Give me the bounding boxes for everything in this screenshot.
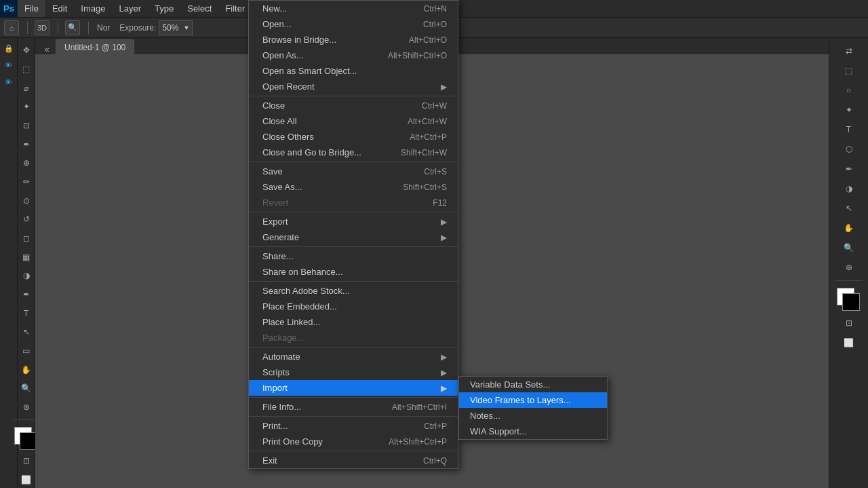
menu-open[interactable]: Open... Ctrl+O [249, 16, 458, 32]
rt-screen-mode[interactable]: ⬜ [840, 334, 858, 352]
menu-export[interactable]: Export ▶ [249, 214, 458, 229]
menu-import[interactable]: Import ▶ [249, 380, 458, 396]
tool-crop[interactable]: ⊡ [18, 117, 35, 134]
tool-rt-text[interactable]: T [840, 121, 858, 138]
menu-browse-bridge[interactable]: Browse in Bridge... Alt+Ctrl+O [249, 32, 458, 48]
sidebar-eye2[interactable]: 👁 [1, 75, 16, 90]
menu-place-linked[interactable]: Place Linked... [249, 314, 458, 330]
menu-open-recent[interactable]: Open Recent ▶ [249, 79, 458, 94]
menu-automate[interactable]: Automate ▶ [249, 349, 458, 364]
collapse-panel-btn[interactable]: « [38, 44, 56, 54]
menu-package[interactable]: Package... [249, 330, 458, 345]
tool-rt-pen[interactable]: ✒ [840, 160, 858, 178]
tool-shape[interactable]: ▭ [18, 343, 35, 360]
tool-select-rect[interactable]: ⬚ [18, 61, 35, 78]
tool-text[interactable]: T [18, 305, 35, 322]
tool-lasso[interactable]: ⌀ [18, 79, 35, 96]
tool-rt-path[interactable]: ↖ [840, 200, 858, 217]
tool-eraser[interactable]: ◻ [18, 230, 35, 247]
sep2 [249, 162, 458, 162]
menu-image[interactable]: Image [74, 0, 112, 17]
menu-new[interactable]: New... Ctrl+N [249, 1, 458, 16]
submenu-video-frames[interactable]: Video Frames to Layers... [459, 392, 607, 408]
tool-zoom[interactable]: 🔍 [18, 380, 35, 397]
menu-layer[interactable]: Layer [113, 0, 149, 17]
menu-edit[interactable]: Edit [45, 0, 74, 17]
tool-rt-select[interactable]: ⬚ [840, 62, 858, 79]
menu-share-behance[interactable]: Share on Behance... [249, 264, 458, 280]
tool-quick-mask[interactable]: ⊡ [18, 453, 35, 470]
menu-exit[interactable]: Exit Ctrl+Q [249, 453, 458, 468]
canvas-tab[interactable]: Untitled-1 @ 100 [56, 39, 134, 54]
home-btn[interactable]: ⌂ [4, 20, 19, 35]
submenu-notes[interactable]: Notes... [459, 408, 607, 424]
sep9 [249, 451, 458, 451]
rt-color-swatches[interactable] [837, 288, 861, 312]
tool-eyedropper[interactable]: ✒ [18, 136, 35, 153]
tool-rt-shape[interactable]: ⬡ [840, 140, 858, 158]
menu-file-info[interactable]: File Info... Alt+Shift+Ctrl+I [249, 399, 458, 415]
tool-move[interactable]: ✥ [18, 42, 35, 59]
menu-open-as[interactable]: Open As... Alt+Shift+Ctrl+O [249, 48, 458, 63]
tool-rt-dodge[interactable]: ◑ [840, 180, 858, 198]
tool-rt-magic[interactable]: ✦ [840, 101, 858, 119]
ps-logo: Ps [0, 0, 18, 18]
menu-open-smart[interactable]: Open as Smart Object... [249, 63, 458, 79]
3d-btn[interactable]: 3D [35, 20, 50, 35]
tool-rt-hand[interactable]: ✋ [840, 219, 858, 237]
tool-hand[interactable]: ✋ [18, 361, 35, 378]
tool-gradient[interactable]: ▦ [18, 248, 35, 265]
tool-dodge[interactable]: ◑ [18, 267, 35, 284]
background-color[interactable] [20, 432, 37, 450]
menu-close-all[interactable]: Close All Alt+Ctrl+W [249, 113, 458, 129]
tool-pen[interactable]: ✒ [18, 286, 35, 303]
menu-close[interactable]: Close Ctrl+W [249, 98, 458, 113]
menu-generate[interactable]: Generate ▶ [249, 229, 458, 245]
search-btn[interactable]: 🔍 [65, 20, 80, 35]
menu-save[interactable]: Save Ctrl+S [249, 164, 458, 179]
tool-path-select[interactable]: ↖ [18, 324, 35, 341]
sep6 [249, 347, 458, 348]
tool-stamp[interactable]: ⊙ [18, 192, 35, 209]
sep8 [249, 416, 458, 417]
menu-search-stock[interactable]: Search Adobe Stock... [249, 283, 458, 299]
sidebar-lock[interactable]: 🔒 [1, 41, 16, 56]
menu-place-embedded[interactable]: Place Embedded... [249, 299, 458, 314]
tool-brush[interactable]: ✏ [18, 174, 35, 191]
menu-type[interactable]: Type [148, 0, 180, 17]
menu-scripts[interactable]: Scripts ▶ [249, 364, 458, 380]
menu-file[interactable]: File [18, 0, 45, 17]
menu-filter[interactable]: Filter [218, 0, 252, 17]
submenu-wia-support[interactable]: WIA Support... [459, 424, 607, 439]
tool-history[interactable]: ↺ [18, 211, 35, 228]
sep7 [249, 397, 458, 398]
rt-background-color[interactable] [842, 293, 860, 311]
exposure-value[interactable]: 50% ▼ [159, 20, 193, 35]
tool-screen-mode[interactable]: ⬜ [18, 471, 35, 488]
menu-select[interactable]: Select [180, 0, 218, 17]
mode-label: Nor [97, 23, 110, 33]
menu-revert[interactable]: Revert F12 [249, 195, 458, 210]
sep1 [249, 96, 458, 96]
menu-save-as[interactable]: Save As... Shift+Ctrl+S [249, 179, 458, 195]
tool-rt-lasso[interactable]: ○ [840, 81, 858, 99]
rt-divider [835, 280, 863, 281]
menu-print[interactable]: Print... Ctrl+P [249, 418, 458, 434]
menu-print-one[interactable]: Print One Copy Alt+Shift+Ctrl+P [249, 434, 458, 449]
tool-rt-zoom[interactable]: 🔍 [840, 239, 858, 257]
menu-close-bridge[interactable]: Close and Go to Bridge... Shift+Ctrl+W [249, 145, 458, 160]
submenu-variable-data[interactable]: Variable Data Sets... [459, 377, 607, 392]
tool-rt-move[interactable]: ⇄ [840, 42, 858, 60]
tool-rt-special[interactable]: ⊛ [840, 259, 858, 276]
tools-panel: ✥ ⬚ ⌀ ✦ ⊡ ✒ ⊕ ✏ ⊙ ↺ ◻ ▦ ◑ ✒ T ↖ ▭ ✋ 🔍 ⊛ … [18, 38, 35, 488]
menu-share[interactable]: Share... [249, 248, 458, 264]
sidebar-eye1[interactable]: 👁 [1, 58, 16, 73]
exposure-label: Exposure: [119, 23, 156, 33]
right-toolbar: ⇄ ⬚ ○ ✦ T ⬡ ✒ ◑ ↖ ✋ 🔍 ⊛ ⊡ ⬜ [829, 38, 868, 488]
file-menu-dropdown: New... Ctrl+N Open... Ctrl+O Browse in B… [248, 0, 458, 469]
tool-special[interactable]: ⊛ [18, 399, 35, 416]
menu-close-others[interactable]: Close Others Alt+Ctrl+P [249, 129, 458, 145]
tool-magic-wand[interactable]: ✦ [18, 98, 35, 115]
tool-heal[interactable]: ⊕ [18, 155, 35, 172]
rt-quick-mask[interactable]: ⊡ [840, 314, 858, 332]
